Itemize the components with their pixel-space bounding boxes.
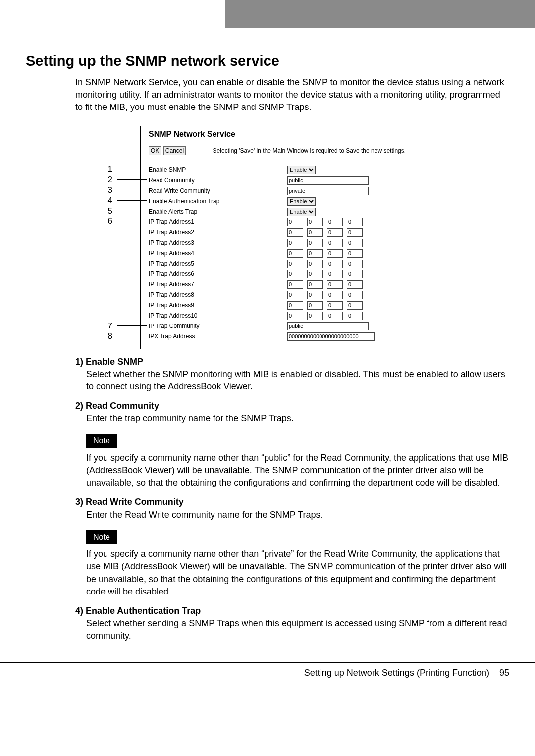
desc-title-2: 2) Read Community: [75, 400, 509, 412]
callout-6: 6: [103, 216, 112, 226]
ip-trap-3-octet-1[interactable]: [287, 239, 303, 247]
ip-trap-8-octet-3[interactable]: [327, 291, 343, 299]
label-ip-trap-6: IP Trap Address6: [149, 270, 287, 277]
ip-trap-9-octet-2[interactable]: [307, 301, 323, 310]
callout-7: 7: [103, 321, 112, 331]
ip-trap-1-octet-3[interactable]: [327, 218, 343, 226]
label-ip-trap-2: IP Trap Address2: [149, 229, 287, 236]
note-text-3: If you specify a community name other th…: [86, 548, 509, 598]
ip-trap-10-octet-1[interactable]: [287, 312, 303, 320]
label-ip-trap-4: IP Trap Address4: [149, 250, 287, 257]
label-ip-trap-community: IP Trap Community: [149, 323, 287, 329]
rw-community-input[interactable]: [287, 187, 369, 195]
callout-3: 3: [103, 185, 112, 195]
label-enable-snmp: Enable SNMP: [149, 166, 287, 173]
ip-trap-community-input[interactable]: [287, 322, 369, 330]
label-ip-trap-5: IP Trap Address5: [149, 260, 287, 267]
ip-trap-7-octet-4[interactable]: [347, 280, 363, 289]
ip-trap-4-octet-4[interactable]: [347, 249, 363, 258]
ip-trap-6-octet-3[interactable]: [327, 270, 343, 278]
callout-1: 1: [103, 164, 112, 174]
ip-trap-4-octet-1[interactable]: [287, 249, 303, 258]
ip-trap-9-octet-4[interactable]: [347, 301, 363, 310]
ip-trap-2-octet-2[interactable]: [307, 228, 323, 237]
ip-trap-7-octet-3[interactable]: [327, 280, 343, 289]
ip-trap-10-octet-3[interactable]: [327, 312, 343, 320]
ip-trap-8-octet-2[interactable]: [307, 291, 323, 299]
ip-trap-5-octet-4[interactable]: [347, 260, 363, 268]
panel-title: SNMP Network Service: [149, 130, 448, 139]
desc-body-4: Select whether sending a SNMP Traps when…: [86, 617, 509, 642]
callout-2: 2: [103, 175, 112, 185]
ip-trap-2-octet-1[interactable]: [287, 228, 303, 237]
callout-8: 8: [103, 331, 112, 341]
label-rw-community: Read Write Community: [149, 187, 287, 194]
ip-trap-2-octet-4[interactable]: [347, 228, 363, 237]
ip-trap-5-octet-3[interactable]: [327, 260, 343, 268]
note-badge: Note: [86, 530, 117, 544]
note-text-2: If you specify a community name other th…: [86, 452, 509, 489]
ip-trap-3-octet-4[interactable]: [347, 239, 363, 247]
label-ip-trap-7: IP Trap Address7: [149, 281, 287, 288]
intro-paragraph: In SNMP Network Service, you can enable …: [75, 76, 509, 114]
label-enable-alerts: Enable Alerts Trap: [149, 208, 287, 215]
header-placeholder: [0, 0, 535, 28]
label-ip-trap-3: IP Trap Address3: [149, 239, 287, 246]
label-read-community: Read Community: [149, 177, 287, 184]
enable-snmp-select[interactable]: Enable: [287, 166, 316, 174]
enable-alerts-select[interactable]: Enable: [287, 208, 316, 216]
note-badge: Note: [86, 434, 117, 448]
ip-trap-8-octet-4[interactable]: [347, 291, 363, 299]
desc-body-2: Enter the trap community name for the SN…: [86, 412, 509, 425]
desc-title-4: 4) Enable Authentication Trap: [75, 605, 509, 617]
save-hint: Selecting 'Save' in the Main Window is r…: [213, 147, 406, 154]
ok-button[interactable]: OK: [149, 146, 161, 155]
ipx-trap-input[interactable]: [287, 332, 374, 341]
ip-trap-6-octet-1[interactable]: [287, 270, 303, 278]
ip-trap-9-octet-3[interactable]: [327, 301, 343, 310]
ip-trap-8-octet-1[interactable]: [287, 291, 303, 299]
label-ip-trap-10: IP Trap Address10: [149, 312, 287, 319]
ip-trap-6-octet-4[interactable]: [347, 270, 363, 278]
ip-trap-10-octet-2[interactable]: [307, 312, 323, 320]
label-ip-trap-9: IP Trap Address9: [149, 302, 287, 309]
label-ip-trap-8: IP Trap Address8: [149, 291, 287, 298]
ip-trap-7-octet-2[interactable]: [307, 280, 323, 289]
ip-trap-1-octet-1[interactable]: [287, 218, 303, 226]
label-ipx-trap: IPX Trap Address: [149, 333, 287, 340]
snmp-panel-screenshot: 1 2 3 4 5 6 7 8 SNMP Network Service OK …: [63, 126, 449, 349]
ip-trap-4-octet-2[interactable]: [307, 249, 323, 258]
footer-page: 95: [499, 668, 509, 678]
desc-title-1: 1) Enable SNMP: [75, 356, 509, 368]
desc-title-3: 3) Read Write Community: [75, 496, 509, 508]
ip-trap-5-octet-2[interactable]: [307, 260, 323, 268]
ip-trap-6-octet-2[interactable]: [307, 270, 323, 278]
ip-trap-3-octet-3[interactable]: [327, 239, 343, 247]
page-heading: Setting up the SNMP network service: [26, 53, 509, 69]
desc-body-1: Select whether the SNMP monitoring with …: [86, 368, 509, 393]
ip-trap-2-octet-3[interactable]: [327, 228, 343, 237]
ip-trap-4-octet-3[interactable]: [327, 249, 343, 258]
cancel-button[interactable]: Cancel: [163, 146, 186, 155]
ip-trap-7-octet-1[interactable]: [287, 280, 303, 289]
ip-trap-9-octet-1[interactable]: [287, 301, 303, 310]
enable-auth-select[interactable]: Enable: [287, 197, 316, 206]
footer-text: Setting up Network Settings (Printing Fu…: [304, 668, 489, 678]
ip-trap-5-octet-1[interactable]: [287, 260, 303, 268]
read-community-input[interactable]: [287, 176, 369, 185]
ip-trap-3-octet-2[interactable]: [307, 239, 323, 247]
ip-trap-1-octet-2[interactable]: [307, 218, 323, 226]
label-ip-trap-1: IP Trap Address1: [149, 218, 287, 225]
desc-body-3: Enter the Read Write community name for …: [86, 509, 509, 521]
ip-trap-1-octet-4[interactable]: [347, 218, 363, 226]
callout-4: 4: [103, 196, 112, 206]
ip-trap-10-octet-4[interactable]: [347, 312, 363, 320]
label-enable-auth: Enable Authentication Trap: [149, 198, 287, 205]
callout-5: 5: [103, 206, 112, 216]
